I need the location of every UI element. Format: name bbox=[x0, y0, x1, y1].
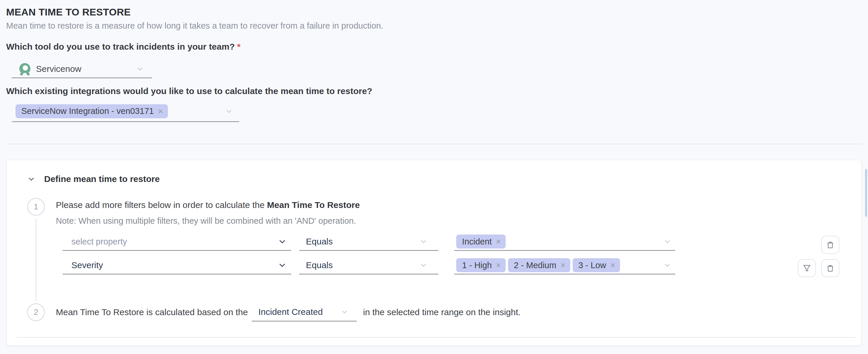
values-select[interactable]: 1 - High × 2 - Medium × 3 - Low × bbox=[454, 257, 675, 275]
property-select[interactable]: select property bbox=[63, 233, 291, 251]
tool-question-label: Which tool do you use to track incidents… bbox=[6, 42, 240, 52]
define-mttr-card: Define mean time to restore 1 Please add… bbox=[6, 160, 862, 346]
step-1-text: Please add more filters below in order t… bbox=[56, 200, 267, 210]
page-subtitle: Mean time to restore is a measure of how… bbox=[6, 21, 383, 31]
property-select-placeholder: select property bbox=[71, 237, 127, 247]
chevron-down-icon[interactable] bbox=[419, 237, 428, 246]
integrations-question-label: Which existing integrations would you li… bbox=[6, 86, 372, 96]
delete-filter-button[interactable] bbox=[821, 259, 839, 277]
card-title: Define mean time to restore bbox=[44, 174, 160, 184]
operator-select-value: Equals bbox=[306, 260, 333, 270]
integration-chip: ServiceNow Integration - ven03171 × bbox=[16, 104, 168, 118]
step-1-badge: 1 bbox=[27, 198, 45, 216]
value-chip-label: 1 - High bbox=[462, 260, 492, 270]
operator-select[interactable]: Equals bbox=[299, 257, 438, 275]
servicenow-logo-icon bbox=[19, 63, 31, 75]
operator-select-value: Equals bbox=[306, 237, 333, 247]
value-chip: 1 - High × bbox=[456, 258, 506, 272]
step-2-text-prefix: Mean Time To Restore is calculated based… bbox=[56, 307, 248, 317]
chevron-down-icon[interactable] bbox=[277, 260, 287, 270]
remove-chip-icon[interactable]: × bbox=[610, 261, 616, 270]
chevron-down-icon[interactable] bbox=[277, 237, 287, 247]
scrollbar-thumb[interactable] bbox=[865, 169, 867, 217]
chevron-down-icon[interactable] bbox=[340, 308, 349, 316]
chevron-down-icon[interactable] bbox=[136, 65, 145, 73]
step-2-sentence: Mean Time To Restore is calculated based… bbox=[56, 303, 521, 322]
chevron-down-icon[interactable] bbox=[225, 107, 234, 116]
chevron-down-icon[interactable] bbox=[663, 237, 672, 246]
value-chip: 3 - Low × bbox=[572, 258, 620, 272]
collapse-chevron-icon[interactable] bbox=[27, 174, 36, 184]
integration-chip-label: ServiceNow Integration - ven03171 bbox=[21, 106, 154, 116]
page-title: MEAN TIME TO RESTORE bbox=[6, 6, 131, 18]
card-footer-divider bbox=[17, 337, 856, 338]
tool-select-value: Servicenow bbox=[36, 64, 81, 74]
section-divider bbox=[6, 144, 862, 144]
trash-icon bbox=[826, 263, 835, 273]
tool-select[interactable]: Servicenow bbox=[12, 60, 152, 78]
step-1-text-bold: Mean Time To Restore bbox=[267, 200, 360, 210]
delete-filter-button[interactable] bbox=[821, 236, 839, 254]
operator-select[interactable]: Equals bbox=[299, 233, 438, 251]
property-select[interactable]: Severity bbox=[63, 257, 291, 275]
integrations-select[interactable]: ServiceNow Integration - ven03171 × bbox=[12, 101, 239, 122]
timestamp-select[interactable]: Incident Created bbox=[252, 303, 357, 322]
step-connector-line bbox=[36, 218, 36, 301]
tool-question-text: Which tool do you use to track incidents… bbox=[6, 42, 235, 51]
value-chip-label: 2 - Medium bbox=[514, 260, 556, 270]
value-chip: 2 - Medium × bbox=[508, 258, 570, 272]
trash-icon bbox=[826, 240, 835, 249]
value-chip-label: Incident bbox=[462, 237, 492, 247]
step-1-instruction: Please add more filters below in order t… bbox=[56, 200, 360, 210]
chevron-down-icon[interactable] bbox=[419, 261, 428, 270]
step-2-text-suffix: in the selected time range on the insigh… bbox=[363, 307, 521, 317]
remove-chip-icon[interactable]: × bbox=[496, 237, 501, 246]
required-asterisk: * bbox=[237, 42, 241, 51]
filter-row: select property Equals Incident × bbox=[63, 233, 675, 251]
timestamp-select-value: Incident Created bbox=[258, 307, 322, 317]
step-2-number: 2 bbox=[34, 308, 38, 317]
remove-chip-icon[interactable]: × bbox=[560, 261, 566, 270]
filter-row: Severity Equals 1 - High × 2 - Medium × … bbox=[63, 257, 675, 275]
funnel-icon bbox=[802, 263, 811, 273]
property-select-value: Severity bbox=[71, 260, 103, 270]
value-chip-label: 3 - Low bbox=[579, 260, 606, 270]
chevron-down-icon[interactable] bbox=[663, 261, 672, 270]
values-select[interactable]: Incident × bbox=[454, 233, 675, 251]
value-chip: Incident × bbox=[456, 235, 506, 249]
remove-chip-icon[interactable]: × bbox=[496, 261, 501, 270]
remove-chip-icon[interactable]: × bbox=[158, 107, 163, 116]
step-1-number: 1 bbox=[34, 202, 38, 211]
step-2-badge: 2 bbox=[27, 304, 45, 321]
card-header[interactable]: Define mean time to restore bbox=[27, 174, 160, 184]
step-1-note: Note: When using multiple filters, they … bbox=[56, 216, 356, 226]
advanced-filter-button[interactable] bbox=[798, 259, 816, 277]
